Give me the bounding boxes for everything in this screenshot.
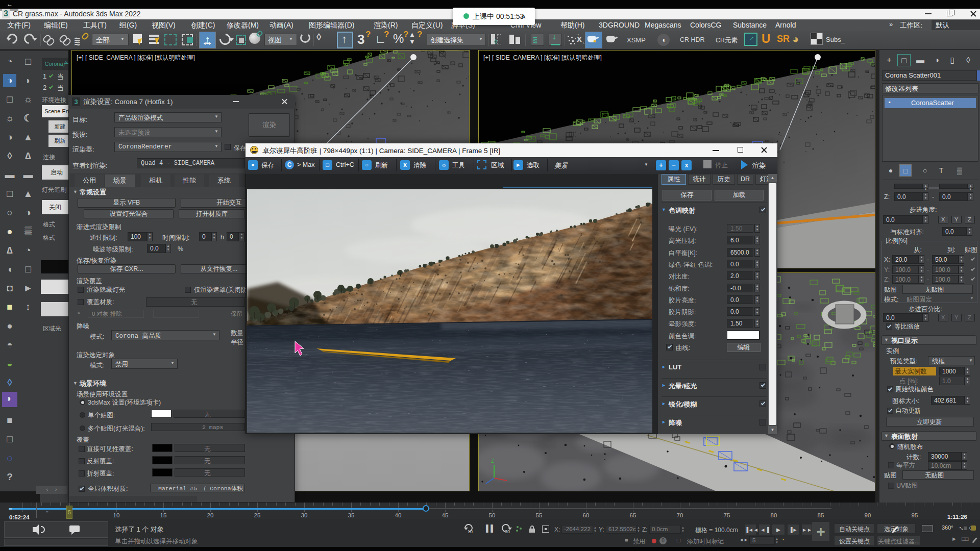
svg-text:Z: Z [491, 458, 494, 464]
